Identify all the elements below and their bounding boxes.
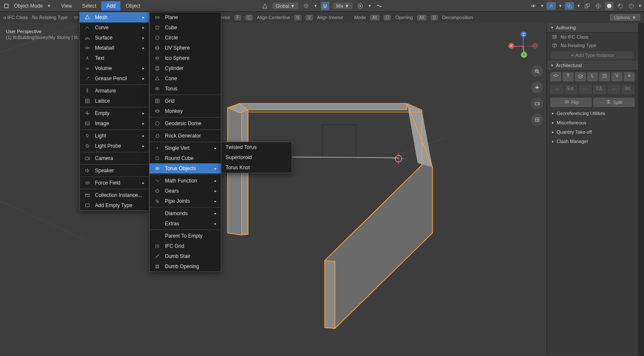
mesh-uvsphere-item[interactable]: UV Sphere <box>150 43 221 53</box>
interior-label[interactable]: Align Interior <box>317 15 343 20</box>
align-ext-icon[interactable] <box>550 85 563 94</box>
add-image-item[interactable]: Image ▸ <box>80 118 149 129</box>
mesh-plane-item[interactable]: Plane <box>150 12 221 22</box>
mode-label[interactable]: Mode <box>354 15 366 20</box>
add-empty-type-item[interactable]: Add Empty Type <box>80 200 149 210</box>
opening-label[interactable]: Opening <box>395 15 413 20</box>
chevron-down-icon[interactable]: ▼ <box>638 4 642 8</box>
align-cl-icon[interactable] <box>579 85 592 94</box>
mode-dropdown[interactable]: Object Mode ▼ <box>11 1 56 11</box>
int-label[interactable]: Int. <box>622 85 635 94</box>
chevron-down-icon[interactable]: ▼ <box>314 4 318 8</box>
camera-view-icon[interactable] <box>531 98 543 109</box>
zoom-icon[interactable] <box>531 65 543 77</box>
torus-knot-item[interactable]: Torus Knot <box>221 163 292 173</box>
add-light-item[interactable]: Light ▸ <box>80 131 149 141</box>
add-text-item[interactable]: Text <box>80 53 149 63</box>
shading-rendered-icon[interactable] <box>627 2 636 10</box>
eye-icon[interactable] <box>529 2 538 10</box>
ext-label[interactable]: Ext. <box>565 85 578 94</box>
gizmo-toggle-icon[interactable] <box>546 2 556 10</box>
snap-dropdown[interactable]: Mix ▼ <box>333 3 353 9</box>
add-force-item[interactable]: Force Field ▸ <box>80 178 149 188</box>
mesh-torus-item[interactable]: Torus <box>150 84 221 94</box>
decomposition-label[interactable]: Decomposition <box>442 15 473 20</box>
menu-select[interactable]: Select <box>77 1 101 11</box>
layer-icon-button[interactable] <box>575 72 586 81</box>
pivot-icon[interactable] <box>302 2 310 10</box>
add-volume-item[interactable]: Volume ▸ <box>80 63 149 73</box>
add-surface-item[interactable]: Surface ▸ <box>80 33 149 43</box>
clash-row[interactable]: ▸ Clash Manager <box>547 137 638 146</box>
mesh-cylinder-item[interactable]: Cylinder <box>150 63 221 73</box>
chevron-down-icon[interactable]: ▼ <box>540 4 544 8</box>
orientation-dropdown[interactable]: Global ▼ <box>272 3 298 9</box>
add-grease-item[interactable]: Grease Pencil ▸ <box>80 73 149 84</box>
mesh-grid-item[interactable]: Grid <box>150 96 221 106</box>
shading-wireframe-icon[interactable] <box>594 2 602 10</box>
add-metaball-item[interactable]: Metaball ▸ <box>80 43 149 53</box>
add-armature-item[interactable]: Armature <box>80 86 149 96</box>
cl-label[interactable]: C/L <box>593 85 606 94</box>
magnet-icon[interactable] <box>321 2 329 10</box>
supertoroid-item[interactable]: Supertoroid <box>221 152 292 163</box>
menu-add[interactable]: Add <box>101 1 120 11</box>
move-view-icon[interactable] <box>531 81 543 93</box>
gizmo-x[interactable]: X <box>508 43 514 49</box>
xray-icon[interactable] <box>583 2 591 10</box>
proportional-icon[interactable] <box>356 2 365 10</box>
options-button[interactable]: Options ▼ <box>610 14 641 21</box>
btn-v[interactable]: V <box>611 72 622 81</box>
layer-icon-button[interactable] <box>550 72 561 81</box>
mesh-cube-item[interactable]: Cube <box>150 22 221 33</box>
mesh-cone-item[interactable]: Cone <box>150 73 221 84</box>
btn-l[interactable]: L <box>587 72 598 81</box>
mesh-geodesic-item[interactable]: Geodesic Dome <box>150 118 221 129</box>
mesh-round-cube-item[interactable]: Round Cube <box>150 153 221 163</box>
add-lattice-item[interactable]: Lattice <box>80 96 149 106</box>
split-button[interactable]: Split <box>593 98 635 107</box>
mesh-math-item[interactable]: Math Function▸ <box>150 176 221 186</box>
miscellaneous-row[interactable]: ▸ Miscellaneous <box>547 118 638 127</box>
layer-icon-button[interactable] <box>599 72 610 81</box>
nav-gizmo[interactable]: Z X Y <box>508 31 538 61</box>
shading-material-icon[interactable] <box>616 2 624 10</box>
add-type-instance-button[interactable]: + Add Type Instance <box>551 51 634 59</box>
mesh-dumb-stair-item[interactable]: Dumb Stair <box>150 251 221 261</box>
btn-t[interactable]: T <box>563 72 574 81</box>
add-empty-item[interactable]: Empty ▸ <box>80 108 149 118</box>
mesh-pipe-item[interactable]: Pipe Joints▸ <box>150 196 221 206</box>
centerline-label[interactable]: Align Centerline <box>257 15 290 20</box>
chevron-down-icon[interactable]: ▼ <box>368 4 372 8</box>
gizmo-y[interactable]: Y <box>521 52 527 58</box>
mesh-gears-item[interactable]: Gears▸ <box>150 186 221 196</box>
mesh-ifc-grid-item[interactable]: IFC Grid <box>150 241 221 251</box>
mesh-circle-item[interactable]: Circle <box>150 33 221 43</box>
add-collection-item[interactable]: Collection Instance... <box>80 190 149 200</box>
mesh-rock-item[interactable]: Rock Generator <box>150 131 221 141</box>
chevron-down-icon[interactable]: ▼ <box>558 4 562 8</box>
add-speaker-item[interactable]: Speaker <box>80 165 149 176</box>
mesh-dumb-opening-item[interactable]: Dumb Opening <box>150 261 221 272</box>
gizmo-z[interactable]: Z <box>521 31 527 37</box>
mesh-diamonds-item[interactable]: Diamonds▸ <box>150 208 221 219</box>
mesh-torus-objects-item[interactable]: Torus Objects▸ <box>150 163 221 174</box>
mesh-single-vert-item[interactable]: Single Vert▸ <box>150 143 221 153</box>
gizmo-neg-x[interactable] <box>532 43 538 49</box>
mesh-monkey-item[interactable]: Monkey <box>150 106 221 116</box>
mesh-icosphere-item[interactable]: Ico Sphere <box>150 53 221 63</box>
mesh-extras-item[interactable]: Extras▸ <box>150 219 221 229</box>
close-button[interactable]: ✕ <box>624 72 635 81</box>
orient-icon[interactable] <box>260 2 269 10</box>
menu-view[interactable]: View <box>56 1 77 11</box>
right-vertical-tabs[interactable] <box>638 23 644 356</box>
add-mesh-item[interactable]: Mesh ▸ <box>80 12 149 22</box>
shading-solid-icon[interactable] <box>605 2 613 10</box>
architectural-header[interactable]: ▾ Architectural <box>547 61 638 70</box>
menu-object[interactable]: Object <box>120 1 145 11</box>
twisted-torus-item[interactable]: Twisted Torus <box>221 142 292 152</box>
add-curve-item[interactable]: Curve ▸ <box>80 22 149 33</box>
mesh-parent-empty-item[interactable]: Parent To Empty <box>150 231 221 241</box>
chevron-down-icon[interactable]: ▼ <box>577 4 580 8</box>
add-camera-item[interactable]: Camera <box>80 153 149 163</box>
